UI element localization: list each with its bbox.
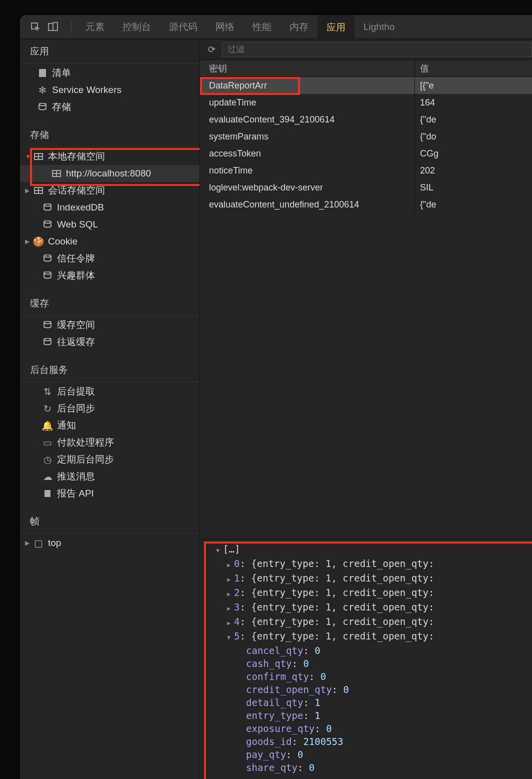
column-key[interactable]: 密钥	[200, 60, 415, 76]
sidebar-indexeddb[interactable]: IndexedDB	[20, 199, 200, 216]
sidebar-local-storage[interactable]: ▼ 本地存储空间	[20, 148, 200, 165]
cell-value: 164	[415, 94, 532, 111]
column-value[interactable]: 值	[415, 60, 532, 76]
cell-key: systemParams	[200, 128, 415, 145]
label: 存储	[52, 100, 71, 114]
tab-sources[interactable]: 源代码	[160, 15, 206, 38]
sidebar-interest-groups[interactable]: 兴趣群体	[20, 267, 200, 284]
database-icon	[42, 321, 53, 329]
cell-key: accessToken	[200, 145, 415, 162]
table-row[interactable]: accessToken CGg	[200, 145, 532, 162]
sidebar-service-workers[interactable]: ✻ Service Workers	[20, 82, 200, 98]
preview-prop[interactable]: detail_qty: 1	[210, 696, 532, 709]
device-toolbar-icon[interactable]	[48, 22, 59, 32]
database-icon	[42, 272, 53, 280]
tab-application[interactable]: 应用	[318, 15, 354, 38]
sidebar-storage[interactable]: 存储	[20, 98, 200, 116]
database-icon	[42, 254, 53, 262]
preview-item[interactable]: ▶2: {entry_type: 1, credit_open_qty:	[210, 586, 532, 600]
card-icon: ▭	[42, 437, 53, 448]
preview-prop[interactable]: confirm_qty: 0	[210, 670, 532, 683]
preview-prop[interactable]: goods_id: 2100553	[210, 735, 532, 748]
table-row[interactable]: updateTime 164	[200, 94, 532, 111]
tab-elements[interactable]: 元素	[76, 15, 114, 38]
label: 缓存空间	[57, 318, 95, 332]
label: 后台提取	[57, 385, 95, 398]
sidebar-manifest[interactable]: 清单	[20, 64, 200, 82]
storage-toolbar: ⟳	[200, 39, 532, 60]
label: Cookie	[48, 236, 78, 247]
preview-item[interactable]: ▶0: {entry_type: 1, credit_open_qty:	[210, 557, 532, 572]
cloud-icon: ☁	[42, 471, 53, 482]
preview-root[interactable]: ▼[…]	[210, 542, 532, 557]
expand-arrow-icon[interactable]: ▶	[25, 187, 32, 194]
refresh-icon[interactable]: ⟳	[204, 42, 219, 57]
table-row[interactable]: noticeTime 202	[200, 162, 532, 179]
expand-arrow-icon[interactable]: ▶	[25, 238, 32, 245]
tab-network[interactable]: 网络	[206, 15, 244, 38]
table-icon	[51, 170, 62, 177]
label: Web SQL	[57, 219, 98, 230]
storage-table-header: 密钥 值	[200, 60, 532, 77]
svg-point-14	[44, 204, 51, 206]
cell-key: evaluateContent_394_2100614	[200, 111, 415, 128]
sidebar-reporting-api[interactable]: 报告 API	[20, 485, 200, 502]
sidebar-bg-sync[interactable]: ↻ 后台同步	[20, 400, 200, 417]
sidebar-back-forward-cache[interactable]: 往返缓存	[20, 334, 200, 350]
label: 信任令牌	[57, 252, 95, 265]
sidebar-trust-tokens[interactable]: 信任令牌	[20, 250, 200, 267]
preview-item[interactable]: ▼5: {entry_type: 1, credit_open_qty:	[210, 630, 532, 644]
filter-input[interactable]	[222, 42, 532, 57]
label: 清单	[52, 66, 71, 80]
sidebar-payment-handler[interactable]: ▭ 付款处理程序	[20, 434, 200, 451]
inspect-icon[interactable]	[30, 22, 41, 32]
cell-key: loglevel:webpack-dev-server	[200, 179, 415, 196]
preview-item[interactable]: ▶3: {entry_type: 1, credit_open_qty:	[210, 600, 532, 615]
table-row[interactable]: evaluateContent_undefined_2100614 {"de	[200, 196, 532, 213]
svg-point-4	[39, 104, 46, 106]
cell-value: CGg	[415, 145, 532, 162]
table-icon	[33, 187, 44, 194]
table-row[interactable]: DataReportArr [{"e	[200, 77, 532, 94]
sidebar-cookies[interactable]: ▶ 🍪 Cookie	[20, 233, 200, 250]
sidebar-periodic-bg-sync[interactable]: ◷ 定期后台同步	[20, 451, 200, 468]
sidebar-local-storage-origin[interactable]: http://localhost:8080	[20, 165, 200, 182]
sidebar-bg-fetch[interactable]: ⇅ 后台提取	[20, 383, 200, 400]
svg-rect-3	[39, 69, 46, 77]
database-icon	[42, 338, 53, 346]
expand-arrow-icon[interactable]: ▶	[25, 540, 32, 546]
label: 定期后台同步	[57, 453, 114, 466]
sidebar-cache-storage[interactable]: 缓存空间	[20, 316, 200, 334]
sidebar-notifications[interactable]: 🔔 通知	[20, 417, 200, 434]
database-icon	[37, 103, 48, 111]
sidebar-websql[interactable]: Web SQL	[20, 216, 200, 233]
label: http://localhost:8080	[66, 168, 151, 179]
preview-prop[interactable]: pay_qty: 0	[210, 748, 532, 761]
preview-prop[interactable]: entry_type: 1	[210, 709, 532, 722]
tab-console[interactable]: 控制台	[114, 15, 160, 38]
preview-prop[interactable]: share_qty: 0	[210, 761, 532, 774]
storage-table-body: DataReportArr [{"e updateTime 164 evalua…	[200, 77, 532, 213]
tab-memory[interactable]: 内存	[280, 15, 318, 38]
sidebar-frame-top[interactable]: ▶ ▢ top	[20, 534, 200, 552]
cell-value: 202	[415, 162, 532, 179]
tab-lighthouse[interactable]: Lightho	[354, 15, 404, 38]
preview-prop[interactable]: exposure_qty: 0	[210, 722, 532, 735]
sidebar-session-storage[interactable]: ▶ 会话存储空间	[20, 182, 200, 199]
table-row[interactable]: evaluateContent_394_2100614 {"de	[200, 111, 532, 128]
preview-prop[interactable]: cancel_qty: 0	[210, 644, 532, 657]
preview-prop[interactable]: credit_open_qty: 0	[210, 683, 532, 696]
frame-icon: ▢	[33, 538, 44, 549]
preview-item[interactable]: ▶1: {entry_type: 1, credit_open_qty:	[210, 572, 532, 586]
table-row[interactable]: loglevel:webpack-dev-server SIL	[200, 179, 532, 196]
svg-rect-20	[44, 490, 50, 497]
cell-value: {"de	[415, 111, 532, 128]
tab-performance[interactable]: 性能	[244, 15, 280, 38]
preview-item[interactable]: ▶4: {entry_type: 1, credit_open_qty:	[210, 615, 532, 630]
svg-point-15	[44, 221, 51, 224]
file-icon	[42, 490, 53, 498]
table-row[interactable]: systemParams {"do	[200, 128, 532, 145]
expand-arrow-icon[interactable]: ▼	[25, 153, 32, 160]
sidebar-push-messaging[interactable]: ☁ 推送消息	[20, 468, 200, 485]
preview-prop[interactable]: cash_qty: 0	[210, 657, 532, 670]
